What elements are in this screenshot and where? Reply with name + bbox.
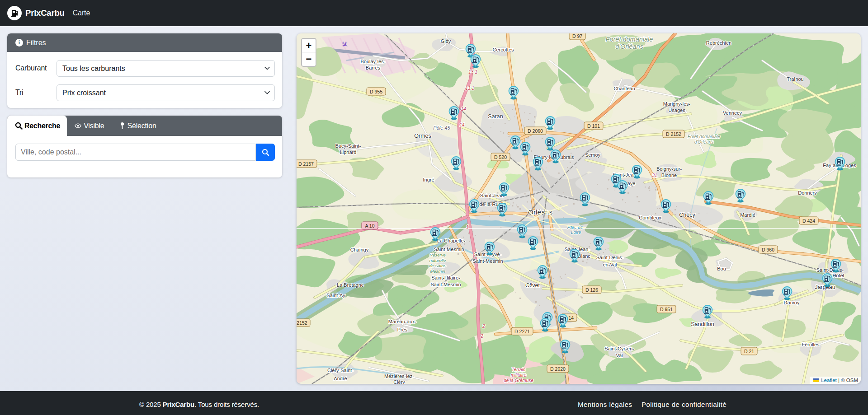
svg-text:en-Val: en-Val bbox=[603, 262, 617, 267]
svg-text:Saran: Saran bbox=[488, 113, 503, 120]
svg-text:31: 31 bbox=[652, 173, 657, 178]
svg-text:Forêt domaniale: Forêt domaniale bbox=[688, 134, 721, 139]
svg-text:Terrain: Terrain bbox=[512, 367, 526, 372]
svg-text:militaire: militaire bbox=[511, 373, 527, 378]
svg-text:D 955: D 955 bbox=[370, 89, 382, 94]
svg-text:Saint-Mesmin: Saint-Mesmin bbox=[434, 247, 464, 252]
svg-text:La Bretagne: La Bretagne bbox=[337, 282, 364, 288]
svg-text:Bionne: Bionne bbox=[661, 173, 677, 178]
svg-text:1: 1 bbox=[466, 224, 469, 229]
svg-text:D 520: D 520 bbox=[494, 154, 507, 160]
svg-text:Donnery: Donnery bbox=[798, 190, 817, 196]
svg-text:Olivet: Olivet bbox=[525, 282, 540, 289]
svg-text:Barres: Barres bbox=[366, 65, 381, 70]
svg-text:Cercottes: Cercottes bbox=[492, 47, 514, 52]
svg-text:Chécy: Chécy bbox=[679, 212, 695, 218]
svg-text:Bou: Bou bbox=[717, 266, 726, 271]
svg-text:13.1: 13.1 bbox=[468, 70, 477, 75]
svg-text:de Saint-: de Saint- bbox=[429, 263, 446, 268]
svg-text:D 21: D 21 bbox=[744, 349, 754, 354]
svg-text:Combleux: Combleux bbox=[639, 215, 661, 220]
svg-text:Férolles: Férolles bbox=[802, 342, 820, 347]
svg-text:A 10: A 10 bbox=[365, 223, 374, 228]
svg-text:D 424: D 424 bbox=[802, 218, 815, 224]
svg-text:2152: 2152 bbox=[297, 320, 307, 326]
svg-text:Saint-Cyr-en-: Saint-Cyr-en- bbox=[604, 346, 634, 351]
svg-text:Saint-Hilaire-: Saint-Hilaire- bbox=[431, 275, 460, 280]
svg-text:Boigny-sur-: Boigny-sur- bbox=[656, 166, 682, 172]
svg-text:13.1: 13.1 bbox=[465, 86, 474, 91]
svg-text:d'Orléans: d'Orléans bbox=[615, 43, 643, 50]
svg-text:Mardié: Mardié bbox=[740, 212, 755, 218]
svg-text:Mesmin: Mesmin bbox=[430, 269, 445, 274]
svg-text:Mareau-aux-: Mareau-aux- bbox=[388, 319, 417, 324]
svg-text:La Chapelle-: La Chapelle- bbox=[437, 238, 466, 243]
svg-text:Marigny-les-: Marigny-les- bbox=[663, 101, 691, 107]
svg-text:Chanteau: Chanteau bbox=[613, 86, 635, 91]
svg-text:Saint-Mesmin: Saint-Mesmin bbox=[430, 282, 461, 287]
svg-text:Sandillon: Sandillon bbox=[691, 321, 714, 327]
svg-text:Saint-Ay: Saint-Ay bbox=[326, 293, 345, 298]
svg-text:Saint-Denis-: Saint-Denis- bbox=[816, 267, 844, 273]
svg-text:D 2020: D 2020 bbox=[550, 366, 566, 372]
svg-text:Ingré: Ingré bbox=[423, 177, 434, 182]
svg-text:d'Orléans: d'Orléans bbox=[694, 140, 714, 145]
svg-text:Darvoy: Darvoy bbox=[784, 300, 800, 305]
svg-text:de la Grémuse: de la Grémuse bbox=[504, 378, 533, 383]
svg-text:Liphard: Liphard bbox=[340, 149, 357, 155]
svg-text:Loire: Loire bbox=[571, 230, 581, 235]
svg-text:Chaingy: Chaingy bbox=[350, 247, 369, 252]
svg-text:Forêt domaniale: Forêt domaniale bbox=[606, 36, 653, 43]
svg-text:Rebréchien: Rebréchien bbox=[706, 40, 731, 46]
svg-text:Ormes: Ormes bbox=[414, 133, 431, 139]
svg-text:14: 14 bbox=[461, 107, 466, 112]
svg-text:Semoy: Semoy bbox=[585, 152, 601, 158]
svg-text:D 2060: D 2060 bbox=[528, 128, 543, 134]
svg-text:Vennecy: Vennecy bbox=[723, 110, 742, 116]
svg-text:Traînou: Traînou bbox=[787, 76, 804, 82]
svg-text:D 2157: D 2157 bbox=[298, 161, 314, 167]
svg-text:D 2271: D 2271 bbox=[514, 329, 530, 334]
svg-text:Mézières-lez-: Mézières-lez- bbox=[384, 373, 414, 379]
svg-text:2: 2 bbox=[482, 324, 485, 329]
svg-text:Saint-Mesmin: Saint-Mesmin bbox=[472, 258, 503, 264]
svg-text:Val: Val bbox=[616, 353, 623, 358]
svg-text:Cléry-Saint-: Cléry-Saint- bbox=[327, 368, 354, 373]
svg-text:Prés: Prés bbox=[397, 327, 408, 332]
svg-text:naturelle: naturelle bbox=[429, 258, 446, 263]
svg-text:Usages: Usages bbox=[668, 107, 685, 113]
svg-text:D 960: D 960 bbox=[762, 247, 774, 252]
svg-text:Gidy: Gidy bbox=[441, 38, 451, 44]
svg-text:2: 2 bbox=[480, 334, 483, 339]
svg-text:D 101: D 101 bbox=[587, 123, 600, 129]
svg-text:Cléry: Cléry bbox=[393, 379, 405, 384]
svg-text:Boulay-les-: Boulay-les- bbox=[360, 59, 385, 64]
svg-text:Pôle 45: Pôle 45 bbox=[433, 125, 450, 131]
svg-text:D 951: D 951 bbox=[660, 307, 673, 312]
svg-text:D 97: D 97 bbox=[572, 33, 582, 39]
svg-text:Saint-Denis-: Saint-Denis- bbox=[596, 255, 624, 260]
svg-text:Bucy-Saint-: Bucy-Saint- bbox=[335, 143, 361, 149]
svg-text:Réserve: Réserve bbox=[429, 252, 445, 257]
svg-text:D 126: D 126 bbox=[585, 287, 598, 293]
svg-text:D 2152: D 2152 bbox=[666, 131, 681, 137]
svg-text:André: André bbox=[334, 376, 347, 381]
svg-text:14: 14 bbox=[459, 122, 465, 127]
